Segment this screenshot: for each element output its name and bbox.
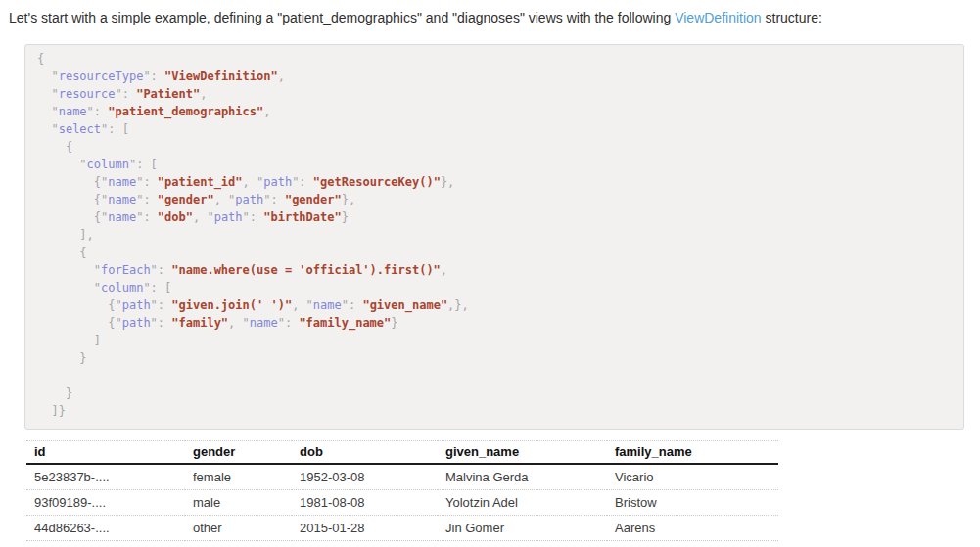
code-token-key: name (250, 316, 278, 330)
code-token-pl: ": (143, 69, 164, 83)
code-line: {"name": "gender", "path": "gender"}, (37, 191, 952, 208)
code-token-key: name (108, 175, 136, 189)
code-token-key: column (87, 158, 129, 171)
code-token-pl: } (391, 316, 397, 330)
code-line: {"name": "patient_id", "path": "getResou… (37, 173, 952, 191)
code-token-pl: ": (151, 316, 172, 330)
code-line: {"name": "dob", "path": "birthDate"} (37, 208, 952, 226)
code-token-pl: ": [ (143, 281, 171, 295)
code-line: "column": [ (37, 156, 952, 173)
column-header: gender (185, 441, 292, 465)
code-token-pl: ": (136, 193, 158, 206)
code-token-pl: ": (87, 105, 109, 118)
code-token-str: "gender" (158, 193, 214, 206)
code-token-pl: , " (243, 175, 264, 189)
code-line: "column": [ (37, 279, 952, 296)
code-token-str: "gender" (285, 193, 342, 206)
code-line: ]} (37, 402, 952, 420)
intro-text-after: structure: (762, 10, 822, 25)
code-token-pl: {" (37, 298, 122, 312)
code-line: "resourceType": "ViewDefinition", (37, 68, 952, 85)
code-token-pl: } (342, 210, 349, 224)
table-cell: Jin Gomer (438, 516, 607, 541)
code-token-pl: ": [ (101, 122, 129, 136)
code-token-pl: ], (37, 228, 94, 242)
code-token-pl: , (278, 69, 285, 83)
code-token-pl: , (263, 105, 270, 118)
code-token-pl: " (37, 263, 101, 277)
code-token-pl: ": (115, 87, 136, 101)
code-token-key: name (108, 210, 136, 224)
code-token-pl: ": (136, 175, 158, 189)
query-results-table: idgenderdobgiven_namefamily_name 5e23837… (26, 440, 778, 541)
code-token-pl: }, (342, 193, 355, 206)
code-token-pl: ,}, (447, 298, 469, 312)
code-token-pl: ": (292, 175, 313, 189)
code-token-str: "birthDate" (263, 210, 341, 224)
code-token-str: "family" (171, 316, 228, 330)
code-token-pl: ] (37, 334, 101, 347)
code-token-key: select (59, 122, 101, 136)
code-token-pl: , (441, 263, 447, 277)
code-token-key: forEach (101, 263, 151, 277)
code-token-pl: , " (214, 193, 236, 206)
code-token-pl: {" (37, 210, 108, 224)
code-token-str: "given_name" (362, 298, 447, 312)
column-header: family_name (607, 441, 778, 465)
code-line: ] (37, 332, 952, 349)
code-line (37, 367, 952, 385)
code-token-pl: , " (292, 298, 313, 312)
code-token-pl: , " (193, 210, 214, 224)
code-line: } (37, 349, 952, 367)
code-token-pl: ": (278, 316, 300, 330)
table-cell: Malvina Gerda (438, 464, 607, 490)
code-token-pl: ": (151, 298, 172, 312)
docs-page: Let's start with a simple example, defin… (0, 0, 980, 541)
table-cell: 1952-03-08 (292, 464, 438, 490)
code-line: ], (37, 226, 952, 244)
code-token-pl: {" (37, 316, 122, 330)
code-token-key: path (214, 210, 243, 224)
code-token-str: "Patient" (136, 87, 200, 101)
code-token-pl: " (37, 281, 101, 295)
code-token-str: "patient_demographics" (108, 105, 263, 118)
table-cell: Yolotzin Adel (438, 490, 607, 516)
code-line: "name": "patient_demographics", (37, 103, 952, 120)
code-token-pl: {" (37, 193, 108, 206)
table-cell: 93f09189-.... (26, 490, 185, 516)
column-header: dob (292, 441, 438, 465)
code-token-pl: , (200, 87, 207, 101)
table-cell: male (185, 490, 292, 516)
code-token-str: "patient_id" (158, 175, 243, 189)
code-token-key: path (235, 193, 263, 206)
code-token-pl: ": (136, 210, 158, 224)
viewdefinition-link[interactable]: ViewDefinition (675, 10, 761, 25)
code-token-pl: " (37, 122, 59, 136)
code-token-str: "ViewDefinition" (164, 69, 278, 83)
code-token-key: column (101, 281, 143, 295)
code-token-key: resourceType (59, 69, 144, 83)
code-token-pl: " (37, 87, 59, 101)
code-token-str: "given.join(' ')" (171, 298, 292, 312)
code-line: "select": [ (37, 120, 952, 138)
code-token-key: path (122, 316, 151, 330)
table-cell: 44d86263-.... (26, 516, 185, 541)
code-line: "forEach": "name.where(use = 'official')… (37, 261, 952, 279)
code-token-pl: }, (441, 175, 454, 189)
intro-paragraph: Let's start with a simple example, defin… (9, 8, 970, 27)
code-token-key: name (313, 298, 342, 312)
table-cell: female (185, 464, 292, 490)
table-row: 5e23837b-....female1952-03-08Malvina Ger… (26, 464, 778, 490)
code-token-key: path (263, 175, 292, 189)
code-line: { (37, 138, 952, 156)
code-line: {"path": "family", "name": "family_name"… (37, 314, 952, 332)
code-line: { (37, 50, 952, 68)
code-token-pl: ": (263, 193, 285, 206)
code-token-pl: , " (228, 316, 250, 330)
code-line: { (37, 244, 952, 261)
intro-text-before: Let's start with a simple example, defin… (9, 10, 675, 25)
table-cell: Vicario (607, 464, 778, 490)
code-token-pl: " (37, 158, 87, 171)
code-token-key: resource (59, 87, 116, 101)
code-token-str: "name.where(use = 'official').first()" (171, 263, 441, 277)
